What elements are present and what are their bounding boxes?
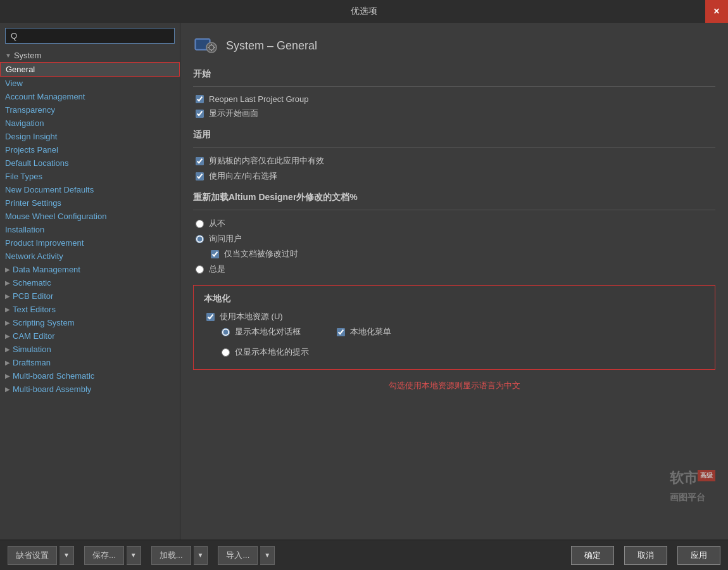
sidebar-item-printer-settings[interactable]: Printer Settings — [0, 196, 180, 210]
arrow-icon: ▶ — [5, 266, 10, 273]
sidebar-item-product-improvement[interactable]: Product Improvement — [0, 236, 180, 250]
sidebar-item-label: New Document Defaults — [5, 185, 94, 194]
panel-title: System – General — [226, 39, 317, 53]
radio-show-dialog: 显示本地化对话框 — [219, 326, 309, 338]
content-wrapper: System – General 开始 Reopen Last Project … — [180, 23, 728, 540]
sidebar-item-scripting[interactable]: ▶ Scripting System — [0, 316, 180, 329]
radio-ask: 询问用户 — [193, 233, 715, 244]
search-input[interactable] — [5, 28, 175, 44]
sidebar-item-cam-editor[interactable]: ▶ CAM Editor — [0, 329, 180, 343]
sidebar-item-label: Simulation — [13, 345, 51, 354]
cancel-button[interactable]: 取消 — [624, 546, 667, 565]
localize-options-row: 显示本地化对话框 仅显示本地化的提示 本地化菜单 — [217, 326, 705, 362]
use-local-checkbox[interactable] — [206, 313, 215, 321]
save-button[interactable]: 保存... — [84, 546, 124, 565]
default-settings-arrow[interactable]: ▼ — [60, 546, 74, 565]
reopen-last-checkbox[interactable] — [196, 95, 204, 103]
svg-point-3 — [209, 45, 214, 50]
sidebar-item-default-locations[interactable]: Default Locations — [0, 156, 180, 170]
radio-never: 从不 — [193, 218, 715, 229]
note-text: 勾选使用本地资源则显示语言为中文 — [193, 380, 715, 391]
sidebar-item-label: General — [6, 65, 35, 74]
sidebar-item-label: Projects Panel — [5, 145, 58, 155]
ask-radio[interactable] — [196, 235, 204, 243]
show-hints-label: 仅显示本地化的提示 — [235, 346, 309, 358]
apply-button[interactable]: 应用 — [677, 546, 720, 565]
sidebar-item-label: Multi-board Schematic — [13, 371, 94, 381]
show-start-label: 显示开始画面 — [209, 108, 258, 119]
show-hints-radio[interactable] — [222, 348, 230, 357]
radio-always: 总是 — [193, 263, 715, 275]
section-reload-title: 重新加载Altium Designer外修改的文档% — [193, 192, 715, 203]
sidebar-item-navigation[interactable]: Navigation — [0, 117, 180, 130]
close-button[interactable]: × — [705, 0, 728, 23]
sidebar-item-label: Scripting System — [13, 318, 75, 327]
sidebar-item-projects-panel[interactable]: Projects Panel — [0, 143, 180, 156]
sidebar-item-pcb-editor[interactable]: ▶ PCB Editor — [0, 289, 180, 303]
footer: 缺省设置 ▼ 保存... ▼ 加载... ▼ 导入... ▼ 确定 取消 应用 — [0, 540, 728, 570]
import-button[interactable]: 导入... — [218, 546, 258, 565]
only-modified-checkbox[interactable] — [211, 250, 219, 258]
sidebar-item-schematic[interactable]: ▶ Schematic — [0, 276, 180, 289]
sidebar-item-general[interactable]: General — [0, 62, 180, 77]
sidebar-item-draftsman[interactable]: ▶ Draftsman — [0, 356, 180, 369]
always-radio[interactable] — [196, 265, 204, 274]
sidebar-item-label: Default Locations — [5, 158, 68, 168]
show-dialog-label: 显示本地化对话框 — [235, 326, 301, 338]
load-arrow[interactable]: ▼ — [194, 546, 208, 565]
sidebar-item-label: Design Insight — [5, 132, 57, 141]
sidebar-item-transparency[interactable]: Transparency — [0, 103, 180, 117]
sidebar-item-design-insight[interactable]: Design Insight — [0, 130, 180, 143]
sidebar-item-data-management[interactable]: ▶ Data Management — [0, 263, 180, 276]
reopen-last-label: Reopen Last Project Group — [209, 94, 309, 104]
load-button[interactable]: 加载... — [151, 546, 191, 565]
sidebar-item-label: Draftsman — [13, 358, 51, 367]
sidebar-item-file-types[interactable]: File Types — [0, 170, 180, 183]
sidebar-item-label: Account Management — [5, 92, 85, 101]
sidebar-item-multiboard-assembly[interactable]: ▶ Multi-board Assembly — [0, 383, 180, 396]
title-bar: 优选项 × — [0, 0, 728, 23]
arrow-icon: ▼ — [5, 52, 11, 59]
always-label: 总是 — [209, 263, 225, 275]
never-radio[interactable] — [196, 220, 204, 228]
checkbox-show-start: 显示开始画面 — [193, 108, 715, 119]
sidebar-item-multiboard-schematic[interactable]: ▶ Multi-board Schematic — [0, 369, 180, 383]
sidebar-item-installation[interactable]: Installation — [0, 223, 180, 236]
only-modified-label: 仅当文档被修改过时 — [224, 248, 298, 260]
sidebar-item-label: Multi-board Assembly — [13, 384, 91, 394]
sidebar-item-simulation[interactable]: ▶ Simulation — [0, 343, 180, 356]
sidebar-item-new-doc-defaults[interactable]: New Document Defaults — [0, 183, 180, 196]
import-arrow[interactable]: ▼ — [260, 546, 275, 565]
sidebar-item-system[interactable]: ▼ System — [0, 49, 180, 62]
sidebar-item-label: Installation — [5, 225, 44, 234]
sidebar-item-mouse-wheel[interactable]: Mouse Wheel Configuration — [0, 210, 180, 223]
local-menu-checkbox[interactable] — [337, 328, 345, 336]
sidebar-item-view[interactable]: View — [0, 77, 180, 90]
default-settings-button[interactable]: 缺省设置 — [8, 546, 57, 565]
clipboard-checkbox[interactable] — [196, 157, 204, 165]
sidebar-item-text-editors[interactable]: ▶ Text Editors — [0, 303, 180, 316]
arrow-icon: ▶ — [5, 293, 10, 300]
checkbox-local-menu: 本地化菜单 — [334, 326, 391, 338]
arrow-icon: ▶ — [5, 359, 10, 366]
arrow-icon: ▶ — [5, 346, 10, 353]
section-divider — [193, 86, 715, 87]
localize-right-col: 本地化菜单 — [334, 326, 391, 341]
sidebar-item-network-activity[interactable]: Network Activity — [0, 250, 180, 263]
sidebar-item-account[interactable]: Account Management — [0, 90, 180, 103]
section-general-title: 适用 — [193, 129, 715, 141]
arrow-icon: ▶ — [5, 306, 10, 313]
sidebar-item-label: CAM Editor — [13, 331, 54, 341]
checkbox-clipboard: 剪贴板的内容仅在此应用中有效 — [193, 155, 715, 167]
localization-title: 本地化 — [204, 293, 705, 305]
ok-button[interactable]: 确定 — [571, 546, 614, 565]
arrow-icon: ▶ — [5, 332, 10, 339]
show-start-checkbox[interactable] — [196, 110, 204, 118]
sidebar-item-label: Transparency — [5, 105, 55, 115]
panel-icon — [193, 33, 218, 58]
show-dialog-radio[interactable] — [222, 328, 230, 336]
lr-select-checkbox[interactable] — [196, 172, 204, 180]
sidebar-item-label: Product Improvement — [5, 238, 84, 248]
arrow-icon: ▶ — [5, 279, 10, 286]
save-arrow[interactable]: ▼ — [127, 546, 141, 565]
